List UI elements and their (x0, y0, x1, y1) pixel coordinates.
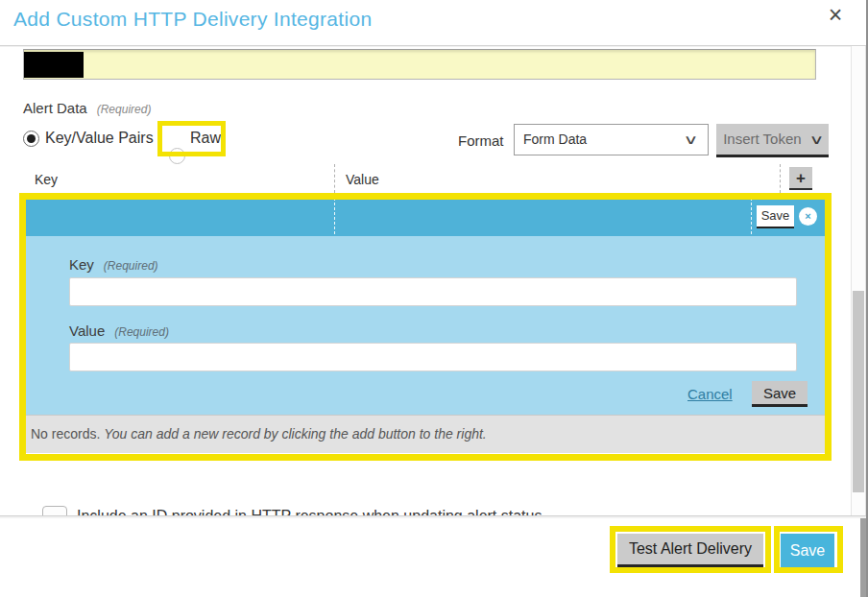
footer-divider-shadow (0, 516, 866, 518)
raw-radio[interactable] (169, 148, 185, 164)
clipped-option-row: Include an ID provided in HTTP response … (0, 503, 845, 515)
no-records-prefix: No records. (31, 426, 104, 442)
editor-value-label: Value(Required) (69, 322, 169, 340)
include-id-checkbox[interactable] (42, 506, 67, 515)
column-separator (334, 198, 335, 234)
insert-token-button[interactable]: Insert Token ∨ (716, 124, 829, 157)
keyvalue-radio[interactable] (23, 131, 39, 147)
insert-token-label: Insert Token (723, 131, 801, 147)
scrollbar-thumb[interactable] (853, 291, 864, 492)
chevron-down-icon: ∨ (684, 127, 699, 154)
no-records-row: No records. You can add a new record by … (23, 415, 826, 453)
column-header-value: Value (346, 172, 379, 187)
raw-radio-label[interactable]: Raw (190, 130, 221, 147)
key-required-hint: (Required) (104, 259, 158, 273)
include-id-label: Include an ID provided in HTTP response … (77, 508, 542, 515)
no-records-hint: You can add a new record by clicking the… (104, 426, 486, 442)
editor-save-button[interactable]: Save (752, 381, 808, 407)
row-close-icon[interactable]: × (799, 207, 817, 226)
value-input[interactable] (69, 343, 797, 371)
column-separator (751, 198, 752, 234)
test-alert-delivery-button[interactable]: Test Alert Delivery (617, 534, 763, 567)
chevron-down-icon: ∨ (808, 126, 824, 154)
redacted-input[interactable] (23, 49, 816, 80)
inline-save-button[interactable]: Save (757, 205, 794, 228)
editor-key-label: Key(Required) (69, 256, 158, 274)
keyvalue-radio-label[interactable]: Key/Value Pairs (45, 130, 154, 147)
alert-data-label: Alert Data(Required) (23, 100, 151, 117)
cancel-link[interactable]: Cancel (687, 386, 733, 402)
redaction-box (24, 52, 84, 78)
format-select[interactable]: Form Data ∨ (514, 124, 709, 155)
save-button[interactable]: Save (781, 534, 834, 567)
dialog-title: Add Custom HTTP Delivery Integration (13, 8, 372, 31)
format-label: Format (458, 132, 504, 149)
close-icon[interactable]: × (822, 1, 849, 29)
add-record-button[interactable]: + (789, 167, 812, 190)
alert-data-required-hint: (Required) (97, 103, 152, 116)
edit-row-bar (23, 196, 826, 236)
format-select-value: Form Data (523, 131, 587, 147)
add-custom-http-delivery-dialog: Add Custom HTTP Delivery Integration × A… (0, 0, 868, 597)
key-input[interactable] (69, 277, 797, 306)
alert-data-label-text: Alert Data (23, 100, 87, 116)
value-required-hint: (Required) (114, 325, 169, 339)
column-header-key: Key (35, 172, 58, 187)
header-divider-shadow (0, 46, 866, 47)
column-separator (334, 164, 335, 193)
column-separator (780, 164, 781, 193)
